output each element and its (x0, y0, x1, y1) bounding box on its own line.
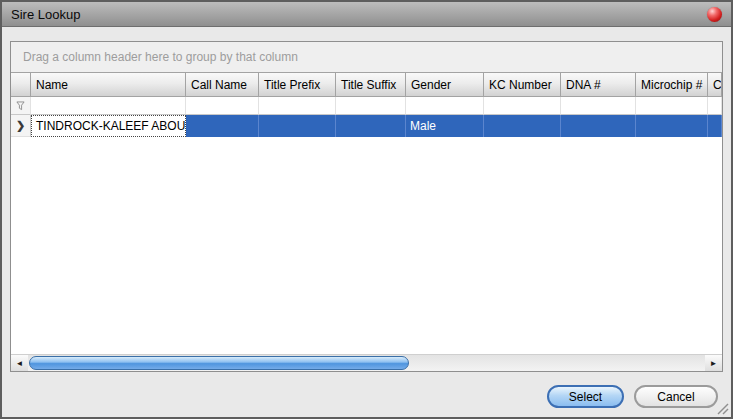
column-headers: NameCall NameTitle PrefixTitle SuffixGen… (11, 72, 722, 97)
filter-cell-kc-number[interactable] (484, 97, 561, 115)
column-header-call-name[interactable]: Call Name (186, 72, 259, 97)
cancel-button[interactable]: Cancel (634, 385, 718, 408)
filter-cell-microchip[interactable] (636, 97, 708, 115)
dialog-body: Drag a column header here to group by th… (2, 27, 731, 417)
column-header-name[interactable]: Name (31, 72, 186, 97)
close-button-icon[interactable] (707, 7, 722, 22)
cell-gender[interactable]: Male (406, 115, 484, 137)
column-header-c[interactable]: C (708, 72, 722, 97)
filter-cell-title-prefix[interactable] (259, 97, 336, 115)
cell-kc-number[interactable] (484, 115, 561, 137)
grid-rows: ❯TINDROCK-KALEEF ABOUT ...Male (11, 115, 722, 137)
resize-grip-icon[interactable] (715, 401, 729, 415)
titlebar[interactable]: Sire Lookup (2, 2, 731, 27)
window-title: Sire Lookup (11, 7, 80, 22)
filter-cell-gender[interactable] (406, 97, 484, 115)
scroll-left-icon: ◄ (16, 359, 24, 368)
column-header-title-suffix[interactable]: Title Suffix (336, 72, 406, 97)
column-header-kc-number[interactable]: KC Number (484, 72, 561, 97)
select-button-label: Select (569, 390, 602, 404)
sire-lookup-dialog: Sire Lookup Drag a column header here to… (0, 0, 733, 419)
grid-empty-area[interactable] (11, 137, 722, 354)
table-row[interactable]: ❯TINDROCK-KALEEF ABOUT ...Male (11, 115, 722, 137)
cell-title-prefix[interactable] (259, 115, 336, 137)
row-indicator-header (11, 72, 31, 97)
cell-call-name[interactable] (186, 115, 259, 137)
scroll-right-button[interactable]: ► (705, 355, 722, 371)
cell-title-suffix[interactable] (336, 115, 406, 137)
scrollbar-thumb[interactable] (29, 356, 409, 370)
filter-row (11, 97, 722, 115)
group-by-panel[interactable]: Drag a column header here to group by th… (11, 42, 722, 72)
filter-row-indicator[interactable] (11, 97, 31, 115)
sire-lookup-grid: Drag a column header here to group by th… (10, 41, 723, 372)
filter-funnel-icon (16, 101, 25, 111)
filter-cell-title-suffix[interactable] (336, 97, 406, 115)
dialog-buttons: Select Cancel (547, 385, 718, 408)
cell-microchip[interactable] (636, 115, 708, 137)
filter-cell-c[interactable] (708, 97, 722, 115)
filter-cell-dna[interactable] (561, 97, 636, 115)
filter-cell-name[interactable] (31, 97, 186, 115)
cell-c[interactable] (708, 115, 722, 137)
group-by-hint-text: Drag a column header here to group by th… (23, 50, 298, 64)
cancel-button-label: Cancel (657, 390, 694, 404)
scroll-right-icon: ► (710, 359, 718, 368)
column-header-gender[interactable]: Gender (406, 72, 484, 97)
horizontal-scrollbar: ◄ ► (11, 354, 722, 371)
column-header-title-prefix[interactable]: Title Prefix (259, 72, 336, 97)
scroll-left-button[interactable]: ◄ (11, 355, 28, 371)
column-header-dna[interactable]: DNA # (561, 72, 636, 97)
cell-name[interactable]: TINDROCK-KALEEF ABOUT ... (31, 115, 186, 137)
filter-cell-call-name[interactable] (186, 97, 259, 115)
selected-row-arrow-icon: ❯ (11, 115, 31, 137)
scrollbar-track[interactable] (28, 355, 705, 371)
select-button[interactable]: Select (547, 385, 624, 408)
cell-dna[interactable] (561, 115, 636, 137)
column-header-microchip[interactable]: Microchip # (636, 72, 708, 97)
